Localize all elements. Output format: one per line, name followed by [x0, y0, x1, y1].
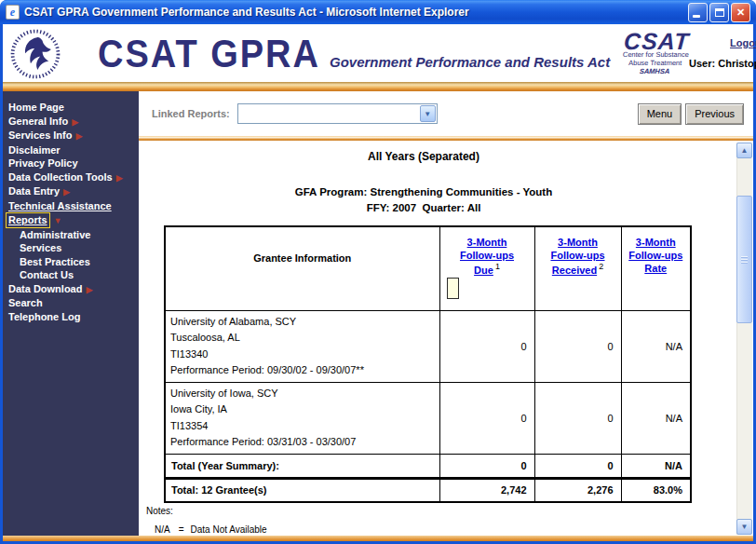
sidebar-item-label: Telephone Log [8, 311, 80, 322]
total-year-label: Total (Year Summary): [165, 454, 439, 478]
logout-link[interactable]: Logout [730, 37, 756, 48]
browser-window: e CSAT GPRA Government Performance and R… [0, 0, 756, 544]
report-program-line: GFA Program: Strengthening Communities -… [139, 186, 709, 197]
flyout-arrow-icon: ▶ [63, 187, 70, 197]
sidebar-item-label: Privacy Policy [8, 157, 78, 169]
header-line: Rate [644, 263, 667, 274]
expanded-arrow-icon: ▼ [54, 216, 62, 225]
equals-sign: = [179, 524, 184, 535]
sidebar-item-label: Technical Assistance [8, 200, 112, 211]
sidebar-item-disclaimer[interactable]: Disclaimer [8, 143, 139, 157]
header-line: Follow-ups [460, 250, 514, 261]
na-footnote: N/A=Data Not Available [155, 524, 753, 535]
window-title: CSAT GPRA Government Performance and Res… [24, 6, 683, 19]
sidebar-item-label: Contact Us [20, 269, 74, 280]
header-line: Follow-ups [628, 250, 682, 261]
total-grantees-due: 2,742 [439, 478, 534, 502]
sidebar-item-data-collection-tools[interactable]: Data Collection Tools▶ [8, 170, 139, 185]
scroll-down-button[interactable]: ▼ [736, 519, 752, 535]
app-brand-title: CSAT GPRA [98, 31, 320, 75]
sidebar-item-administrative[interactable]: Administrative [8, 228, 139, 242]
total-year-rate: N/A [621, 454, 691, 478]
sidebar-item-contact-us[interactable]: Contact Us [8, 268, 139, 282]
rate-value-cell: N/A [621, 382, 691, 454]
previous-button[interactable]: Previous [685, 103, 744, 125]
menu-button[interactable]: Menu [638, 103, 682, 125]
received-sort-link[interactable]: 3-MonthFollow-upsReceived [550, 237, 604, 276]
sidebar-item-label: Services [20, 242, 61, 253]
linked-reports-toolbar: Linked Reports: ▼ Menu Previous [139, 91, 753, 136]
sidebar-item-data-download[interactable]: Data Download▶ [8, 282, 139, 297]
maximize-icon [715, 8, 724, 17]
due-sort-link[interactable]: 3-MonthFollow-upsDue [460, 237, 514, 276]
rate-sort-link[interactable]: 3-MonthFollow-upsRate [628, 237, 682, 274]
due-value-cell: 0 [439, 382, 534, 454]
table-row: University of Iowa, SCY Iowa City, IA TI… [165, 382, 691, 454]
chevron-down-icon[interactable]: ▼ [420, 105, 436, 122]
sidebar-item-privacy-policy[interactable]: Privacy Policy [8, 156, 139, 170]
grantee-performance-period: Performance Period: 09/30/02 - 09/30/07*… [170, 362, 436, 379]
sidebar-item-services[interactable]: Services [8, 241, 139, 255]
received-column-header: 3-MonthFollow-upsReceived2 [534, 226, 621, 310]
sidebar-item-best-practices[interactable]: Best Practices [8, 255, 139, 269]
na-definition: Data Not Available [191, 524, 267, 535]
sidebar-item-reports[interactable]: Reports▼ [8, 212, 139, 228]
app-brand-subtitle: Government Performance and Results Act [330, 54, 610, 70]
header-line: Due [474, 265, 493, 276]
grantee-city: Tuscaloosa, AL [170, 330, 436, 347]
sidebar-item-technical-assistance[interactable]: Technical Assistance [8, 199, 139, 213]
header-line: 3-Month [467, 237, 507, 248]
vertical-scrollbar[interactable]: ▲ ▼ [736, 143, 752, 535]
received-value-cell: 0 [534, 382, 621, 454]
user-label: User: Christopher Shumway [689, 58, 756, 69]
tooltip-box [447, 278, 459, 299]
sidebar-item-services-info[interactable]: Services Info▶ [8, 129, 139, 143]
sidebar-item-home-page[interactable]: Home Page [8, 101, 139, 115]
report-period-line: FFY: 2007 Quarter: All [139, 202, 709, 213]
scroll-up-button[interactable]: ▲ [736, 143, 752, 158]
grantee-info-cell: University of Alabama, SCY Tuscaloosa, A… [165, 310, 439, 382]
flyout-arrow-icon: ▶ [72, 117, 78, 127]
minimize-button[interactable] [688, 3, 708, 22]
grantee-report-table: Grantee Information 3-MonthFollow-upsDue… [164, 225, 692, 503]
grantee-city: Iowa City, IA [170, 401, 436, 418]
scrollbar-thumb[interactable] [736, 196, 752, 323]
grantee-name: University of Alabama, SCY [170, 314, 436, 331]
rate-column-header: 3-MonthFollow-upsRate [621, 226, 691, 310]
sidebar-item-label: Data Entry [8, 185, 60, 197]
sidebar-item-label: Home Page [8, 102, 64, 113]
csat-logo-title: CSAT [623, 31, 690, 51]
internet-explorer-page-icon: e [6, 5, 20, 20]
linked-reports-select[interactable]: ▼ [237, 103, 438, 124]
maximize-button[interactable] [709, 3, 729, 22]
sidebar-item-label: Search [8, 297, 43, 308]
sidebar-item-label: Best Practices [20, 256, 90, 267]
sidebar-item-label: Services Info [8, 129, 72, 141]
rate-value-cell: N/A [621, 310, 691, 382]
grantee-info-cell: University of Iowa, SCY Iowa City, IA TI… [165, 382, 439, 454]
sidebar-item-label: General Info [8, 116, 68, 127]
sidebar-item-search[interactable]: Search [8, 296, 139, 310]
window-titlebar[interactable]: e CSAT GPRA Government Performance and R… [0, 0, 756, 24]
grantee-name: University of Iowa, SCY [170, 386, 436, 402]
linked-reports-label: Linked Reports: [152, 108, 230, 119]
report-title: All Years (Separated) [139, 150, 709, 163]
close-button[interactable]: ✕ [731, 3, 750, 22]
grantee-id: TI13354 [170, 418, 436, 435]
notes-label: Notes: [146, 506, 753, 516]
total-year-summary-row: Total (Year Summary): 0 0 N/A [165, 454, 691, 478]
flyout-arrow-icon: ▶ [75, 131, 82, 141]
header-accent-bar [3, 82, 753, 91]
minimize-icon [693, 15, 700, 18]
sidebar-item-general-info[interactable]: General Info▶ [8, 115, 139, 129]
received-value-cell: 0 [534, 310, 621, 382]
sidebar-item-data-entry[interactable]: Data Entry▶ [8, 184, 139, 199]
sidebar-item-label: Data Collection Tools [8, 171, 113, 183]
due-column-header: 3-MonthFollow-upsDue1 [439, 226, 534, 310]
footer-accent-bar [3, 536, 753, 541]
due-value-cell: 0 [439, 310, 534, 382]
table-header-row: Grantee Information 3-MonthFollow-upsDue… [165, 226, 691, 310]
sidebar-item-telephone-log[interactable]: Telephone Log [8, 310, 139, 324]
sidebar-item-label: Disclaimer [8, 144, 61, 156]
total-grantees-row: Total: 12 Grantee(s) 2,742 2,276 83.0% [165, 478, 691, 502]
